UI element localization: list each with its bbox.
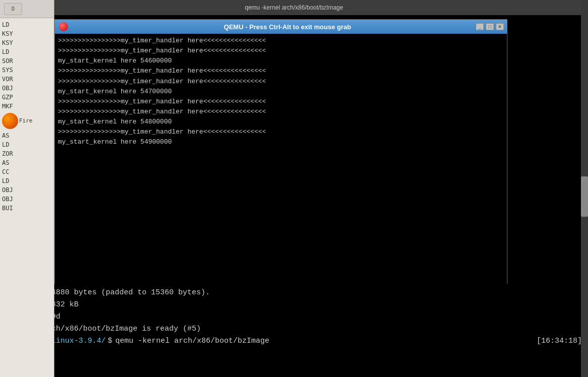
left-panel: D LD KSY KSY LD SOR SYS VOR OBJ GZP MKF … bbox=[0, 0, 54, 377]
qemu-content[interactable]: >>>>>>>>>>>>>>>>my_timer_handler here<<<… bbox=[55, 34, 507, 293]
label-mkf: MKF bbox=[2, 102, 33, 111]
qemu-restore-button[interactable]: □ bbox=[486, 23, 494, 30]
qemu-line-5: >>>>>>>>>>>>>>>>my_timer_handler here<<<… bbox=[58, 77, 504, 87]
panel-header: D bbox=[0, 0, 54, 18]
qemu-window: QEMU - Press Ctrl-Alt to exit mouse grab… bbox=[54, 19, 507, 294]
label-obj-2: OBJ bbox=[2, 185, 33, 195]
label-ld-2: LD bbox=[2, 47, 33, 56]
label-ksy-1: KSY bbox=[2, 29, 33, 38]
qemu-line-1: >>>>>>>>>>>>>>>>my_timer_handler here<<<… bbox=[58, 36, 504, 46]
label-obj-3: OBJ bbox=[2, 195, 33, 204]
qemu-close-button[interactable]: ✕ bbox=[496, 23, 504, 30]
qemu-title-bar: QEMU - Press Ctrl-Alt to exit mouse grab… bbox=[55, 20, 507, 34]
label-ksy-2: KSY bbox=[2, 38, 33, 47]
firefox-label: Fire bbox=[19, 117, 33, 125]
prompt-time: [16:34:18] bbox=[537, 335, 582, 347]
scrollbar[interactable] bbox=[581, 0, 588, 377]
qemu-line-3: my_start_kernel here 54600000 bbox=[58, 56, 504, 66]
setup-line: Setup is 14880 bytes (padded to 15360 by… bbox=[6, 287, 582, 299]
firefox-icon bbox=[2, 113, 18, 129]
main-terminal: qemu -kernel arch/x86/boot/bzImage QEMU … bbox=[0, 0, 588, 377]
qemu-ball-icon bbox=[59, 22, 68, 31]
qemu-minimize-button[interactable]: _ bbox=[476, 23, 484, 30]
label-ld-1: LD bbox=[2, 20, 33, 29]
label-gzp: GZP bbox=[2, 93, 33, 102]
label-cc: CC bbox=[2, 167, 33, 176]
qemu-line-7: >>>>>>>>>>>>>>>>my_timer_handler here<<<… bbox=[58, 97, 504, 107]
build-labels: LD KSY KSY LD SOR SYS VOR OBJ GZP MKF Fi… bbox=[0, 18, 35, 215]
scrollbar-thumb[interactable] bbox=[581, 176, 588, 217]
label-sor: SOR bbox=[2, 56, 33, 66]
label-as-2: AS bbox=[2, 158, 33, 167]
qemu-window-controls: _ □ ✕ bbox=[476, 23, 504, 30]
label-bui: BUI bbox=[2, 204, 33, 213]
qemu-line-4: >>>>>>>>>>>>>>>>my_timer_handler here<<<… bbox=[58, 66, 504, 76]
system-line: System is 832 kB bbox=[6, 299, 582, 311]
prompt-line: shiyanlou:linux-3.9.4/ $ qemu -kernel ar… bbox=[6, 335, 582, 347]
label-vor: VOR bbox=[2, 75, 33, 84]
qemu-line-2: >>>>>>>>>>>>>>>>my_timer_handler here<<<… bbox=[58, 46, 504, 56]
label-sys: SYS bbox=[2, 66, 33, 75]
qemu-line-10: >>>>>>>>>>>>>>>>my_timer_handler here<<<… bbox=[58, 127, 504, 137]
qemu-line-6: my_start_kernel here 54700000 bbox=[58, 87, 504, 97]
label-ld-4: LD bbox=[2, 176, 33, 185]
panel-top-left-btn[interactable]: D bbox=[4, 3, 22, 15]
kernel-ready-line: Kernel: arch/x86/boot/bzImage is ready (… bbox=[6, 323, 582, 335]
outer-title-bar: qemu -kernel arch/x86/boot/bzImage bbox=[0, 0, 588, 15]
prompt-dollar: $ bbox=[108, 335, 112, 347]
qemu-line-8: >>>>>>>>>>>>>>>>my_timer_handler here<<<… bbox=[58, 107, 504, 117]
firefox-panel-item[interactable]: Fire bbox=[2, 113, 33, 129]
label-as-1: AS bbox=[2, 131, 33, 140]
bottom-terminal: Setup is 14880 bytes (padded to 15360 by… bbox=[0, 284, 588, 377]
label-zor: ZOR bbox=[2, 149, 33, 158]
cursor-line bbox=[6, 347, 582, 359]
qemu-line-11: my_start_kernel here 54900000 bbox=[58, 137, 504, 147]
qemu-title-text: QEMU - Press Ctrl-Alt to exit mouse grab bbox=[72, 23, 503, 31]
outer-title-text: qemu -kernel arch/x86/boot/bzImage bbox=[4, 4, 584, 11]
qemu-line-9: my_start_kernel here 54800000 bbox=[58, 117, 504, 127]
label-obj-1: OBJ bbox=[2, 84, 33, 93]
label-ld-3: LD bbox=[2, 140, 33, 149]
prompt-command: qemu -kernel arch/x86/boot/bzImage bbox=[115, 335, 269, 347]
crc-line: CRC 5c2ed29d bbox=[6, 311, 582, 323]
